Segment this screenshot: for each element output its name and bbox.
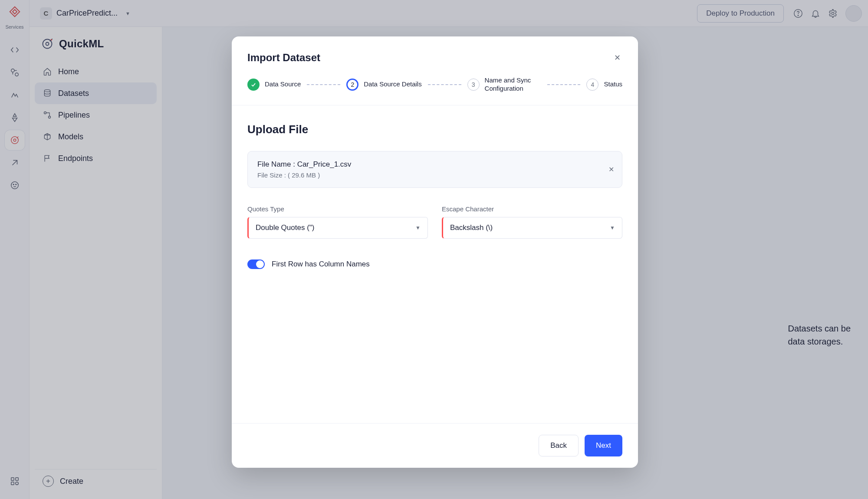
close-icon[interactable]: ✕: [612, 51, 622, 64]
step-details: 2 Data Source Details: [346, 79, 421, 91]
next-button[interactable]: Next: [585, 435, 622, 456]
check-icon: [247, 79, 260, 91]
step-number: 3: [467, 79, 480, 91]
remove-file-icon[interactable]: ✕: [608, 165, 614, 174]
step-status: 4 Status: [586, 79, 622, 91]
select-value: Double Quotes ("): [256, 223, 315, 232]
toggle-label: First Row has Column Names: [272, 260, 370, 269]
step-config: 3 Name and Sync Configuration: [467, 76, 541, 93]
modal-title: Import Dataset: [247, 52, 320, 64]
step-connector: [547, 84, 581, 85]
section-title: Upload File: [247, 123, 622, 136]
quotes-type-label: Quotes Type: [247, 205, 428, 213]
first-row-toggle[interactable]: [247, 259, 265, 269]
stepper: Data Source 2 Data Source Details 3 Name…: [232, 69, 638, 105]
escape-char-label: Escape Character: [442, 205, 622, 213]
escape-char-select[interactable]: Backslash (\) ▼: [442, 217, 622, 239]
import-dataset-modal: Import Dataset ✕ Data Source 2 Data Sour…: [232, 36, 638, 468]
step-number: 2: [346, 79, 358, 91]
back-button[interactable]: Back: [539, 435, 579, 456]
file-name: File Name : Car_Price_1.csv: [257, 160, 612, 169]
step-connector: [307, 84, 340, 85]
step-connector: [428, 84, 461, 85]
step-data-source: Data Source: [247, 79, 301, 91]
chevron-down-icon: ▼: [415, 225, 421, 231]
chevron-down-icon: ▼: [610, 225, 615, 231]
select-value: Backslash (\): [450, 223, 493, 232]
file-card: File Name : Car_Price_1.csv File Size : …: [247, 151, 622, 188]
quotes-type-select[interactable]: Double Quotes (") ▼: [247, 217, 428, 239]
file-size: File Size : ( 29.6 MB ): [257, 171, 612, 179]
step-number: 4: [586, 79, 598, 91]
